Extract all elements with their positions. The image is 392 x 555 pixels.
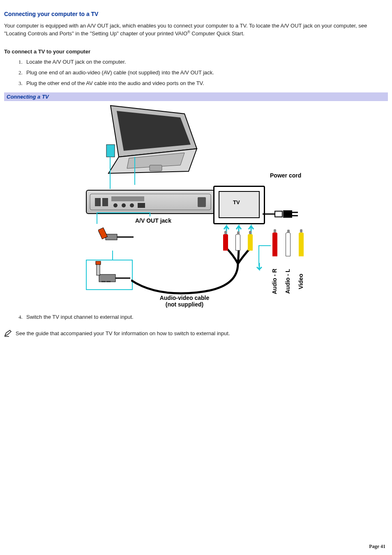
svg-rect-6 xyxy=(90,194,211,210)
step-text: Switch the TV input channel to external … xyxy=(26,314,134,320)
svg-rect-20 xyxy=(106,234,117,240)
step-text: Plug one end of an audio-video (AV) cabl… xyxy=(26,69,214,76)
svg-point-12 xyxy=(130,203,134,207)
connection-diagram: A/V OUT jack TV Power cord xyxy=(69,104,323,309)
rca-plug-white xyxy=(235,234,240,251)
label-video: Video xyxy=(298,267,304,296)
rca-plug-red-tv xyxy=(272,233,277,256)
rca-plug-red xyxy=(223,234,228,251)
svg-rect-24 xyxy=(101,281,106,282)
figure-caption-bar: Connecting a TV xyxy=(4,92,388,101)
steps-list-bottom: Switch the TV input channel to external … xyxy=(4,314,388,320)
svg-rect-9 xyxy=(111,196,144,201)
intro-text-1: Your computer is equipped with an A/V OU… xyxy=(4,23,367,37)
section-heading: Connecting your computer to a TV xyxy=(4,11,388,17)
step-item: Plug the other end of the AV cable into … xyxy=(24,80,388,87)
intro-paragraph: Your computer is equipped with an A/V OU… xyxy=(4,22,388,37)
subsection-heading: To connect a TV to your computer xyxy=(4,48,388,55)
label-av-cable-line1: Audio-video cable xyxy=(160,295,210,301)
port-panel-illustration xyxy=(86,190,215,214)
note-pencil-icon xyxy=(4,329,12,338)
svg-rect-7 xyxy=(95,198,101,206)
note-text: See the guide that accompanied your TV f… xyxy=(16,330,230,336)
svg-rect-27 xyxy=(96,261,101,265)
step-item: Plug one end of an audio-video (AV) cabl… xyxy=(24,69,388,76)
svg-rect-25 xyxy=(106,281,111,282)
svg-rect-23 xyxy=(99,274,115,282)
label-av-out: A/V OUT jack xyxy=(135,218,171,224)
label-audio-l: Audio - L xyxy=(285,263,291,300)
svg-rect-21 xyxy=(98,228,107,240)
svg-rect-5 xyxy=(106,145,115,157)
step-item: Locate the A/V OUT jack on the computer. xyxy=(24,59,388,65)
label-power-cord: Power cord xyxy=(270,173,301,179)
svg-point-10 xyxy=(113,203,118,207)
label-tv-text: TV xyxy=(233,200,240,205)
figure-container: A/V OUT jack TV Power cord xyxy=(4,104,388,309)
svg-rect-16 xyxy=(275,211,282,217)
step-text: Plug the other end of the AV cable into … xyxy=(26,80,204,86)
power-plug-illustration xyxy=(263,208,312,220)
svg-rect-17 xyxy=(283,210,292,218)
label-audio-r: Audio - R xyxy=(272,263,278,300)
svg-rect-26 xyxy=(97,264,100,275)
intro-text-2: Computer Quick Start. xyxy=(190,30,244,37)
rca-plug-yellow-tv xyxy=(299,233,304,256)
page-number: Page 41 xyxy=(369,543,385,550)
miniplug-detail xyxy=(98,227,135,251)
steps-list-top: Locate the A/V OUT jack on the computer.… xyxy=(4,59,388,87)
step-item: Switch the TV input channel to external … xyxy=(24,314,388,320)
rca-plug-yellow xyxy=(248,234,253,251)
rca-plug-white-tv xyxy=(286,233,291,256)
svg-rect-8 xyxy=(102,198,108,206)
step-text: Locate the A/V OUT jack on the computer. xyxy=(26,59,126,65)
svg-rect-14 xyxy=(198,197,206,207)
figure-caption-text: Connecting a TV xyxy=(7,94,49,100)
registered-mark: ® xyxy=(187,30,190,34)
svg-rect-4 xyxy=(150,165,162,171)
svg-rect-13 xyxy=(138,203,145,208)
note-block: See the guide that accompanied your TV f… xyxy=(4,330,388,338)
label-av-cable-line2: (not supplied) xyxy=(166,301,204,308)
svg-point-11 xyxy=(122,203,126,207)
label-av-cable: Audio-video cable (not supplied) xyxy=(143,295,226,308)
miniplug-zoom-box xyxy=(86,260,133,290)
